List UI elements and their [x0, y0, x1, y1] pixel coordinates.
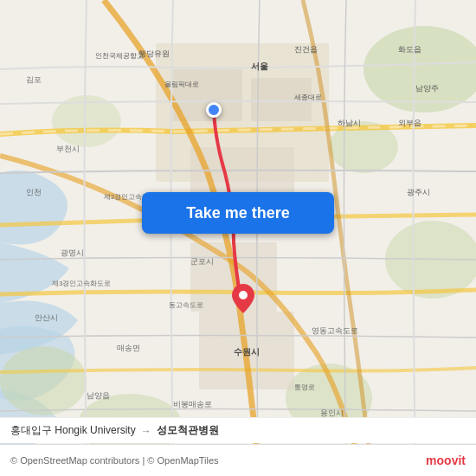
svg-text:영동고속도로: 영동고속도로 [312, 326, 358, 335]
bottom-bar: © OpenStreetMap contributors | © OpenMap… [0, 444, 476, 476]
svg-text:군포시: 군포시 [190, 257, 214, 266]
svg-text:화도읍: 화도읍 [398, 45, 421, 54]
take-me-there-button[interactable]: Take me there [142, 192, 334, 234]
svg-text:광명시: 광명시 [61, 248, 84, 257]
arrow-icon: → [141, 425, 151, 437]
svg-text:안산시: 안산시 [35, 313, 58, 322]
svg-text:외부읍: 외부읍 [398, 119, 421, 127]
svg-text:동고속도로: 동고속도로 [169, 301, 203, 309]
svg-text:남양주: 남양주 [415, 84, 439, 93]
svg-text:올림픽대로: 올림픽대로 [164, 80, 199, 88]
svg-text:남양읍: 남양읍 [87, 391, 110, 400]
svg-text:비봉매송로: 비봉매송로 [173, 400, 212, 408]
destination-label: 성모척관병원 [157, 423, 219, 438]
map-background: 김포 부천시 인천 행당유원 올림픽대로 진건읍 화도읍 남양주 외부읍 서울 … [0, 0, 476, 476]
svg-text:매송면: 매송면 [117, 344, 140, 352]
origin-marker [206, 102, 222, 118]
svg-text:통영로: 통영로 [294, 383, 315, 391]
attribution-text: © OpenStreetMap contributors | © OpenMap… [10, 455, 421, 466]
destination-marker [232, 284, 254, 313]
origin-label: 홍대입구 Hongik University [10, 423, 136, 438]
svg-text:부천시: 부천시 [56, 145, 80, 153]
svg-text:진건읍: 진건읍 [294, 45, 318, 54]
svg-text:서울: 서울 [251, 61, 268, 71]
svg-text:세종대로: 세종대로 [294, 93, 322, 101]
moovit-logo: moovit [426, 453, 466, 467]
route-info-bar: 홍대입구 Hongik University → 성모척관병원 [0, 417, 476, 443]
svg-text:용인시: 용인시 [320, 408, 344, 417]
svg-point-42 [239, 291, 248, 299]
svg-text:제3경인고속화도로: 제3경인고속화도로 [52, 280, 111, 287]
svg-text:광주시: 광주시 [407, 188, 430, 196]
map-container: 김포 부천시 인천 행당유원 올림픽대로 진건읍 화도읍 남양주 외부읍 서울 … [0, 0, 476, 476]
svg-text:김포: 김포 [26, 75, 42, 84]
svg-text:수원시: 수원시 [234, 347, 260, 357]
svg-text:인천국제공항고: 인천국제공항고 [95, 52, 144, 60]
svg-point-4 [0, 346, 87, 415]
svg-text:하남시: 하남시 [338, 119, 361, 127]
svg-text:인천: 인천 [26, 188, 42, 196]
